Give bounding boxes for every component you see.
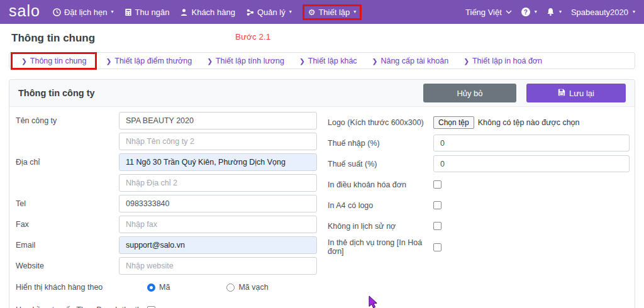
- tel-label: Tel: [16, 199, 119, 208]
- card-header: Thông tin công ty Hủy bỏ Lưu lại: [9, 80, 635, 107]
- menu-item-appointments[interactable]: Đặt lịch hẹn ▾: [53, 8, 114, 17]
- caret-down-icon: ▾: [535, 9, 537, 14]
- chevron-right-icon: ❯: [464, 57, 469, 65]
- radio-code[interactable]: [147, 283, 155, 292]
- tab-upgrade-account[interactable]: ❯ Nâng cấp tài khoản: [365, 57, 457, 65]
- no-debt-history-label: Không in lịch sử nợ: [328, 222, 433, 231]
- save-button[interactable]: Lưu lại: [526, 84, 626, 102]
- tab-other-settings[interactable]: ❯ Thiết lập khác: [292, 57, 365, 65]
- service-card-row: In thẻ dịch vụ trong [In Hoá đơn]: [328, 238, 635, 256]
- person-icon: [180, 8, 188, 16]
- account-menu[interactable]: Spabeauty2020 ▾: [571, 8, 635, 17]
- import-tax-label: Thuế nhập (%): [328, 139, 433, 148]
- top-navbar: salo Đặt lịch hẹn ▾ Thu ngân Khách hàng …: [0, 0, 644, 24]
- chevron-right-icon: ❯: [21, 57, 27, 65]
- caret-down-icon: ▾: [111, 9, 114, 14]
- tax-rate-label: Thuế suất (%): [328, 160, 433, 168]
- no-debt-history-checkbox[interactable]: [433, 222, 441, 230]
- tab-reward-points[interactable]: ❯ Thiết lập điểm thưởng: [98, 57, 199, 65]
- website-row: Website: [16, 257, 328, 275]
- caret-down-icon: ▾: [289, 9, 292, 14]
- tab-payroll[interactable]: ❯ Thiết lập tính lương: [199, 57, 292, 65]
- page-header: Thông tin chung Bước 2.1: [0, 24, 644, 52]
- fax-label: Fax: [16, 220, 119, 229]
- tab-general-info[interactable]: ❯ Thông tin chung: [14, 57, 94, 65]
- address-input[interactable]: [119, 153, 317, 171]
- annotation-box-settings: ⚙ Thiết lập ▾: [303, 4, 362, 20]
- logo-label: Logo (Kích thước 600x300): [328, 118, 433, 127]
- notifications-menu[interactable]: ▾: [547, 8, 562, 16]
- menu-item-cashier[interactable]: Thu ngân: [125, 8, 170, 17]
- choose-file-button[interactable]: Chọn tệp: [433, 116, 474, 129]
- gears-icon: ⚙: [308, 8, 316, 16]
- commission-label: Hoa hồng tư vấn Theo Doanh thu thực: [16, 305, 119, 308]
- company-form: Tên công ty Địa chỉ Tel Fax: [9, 107, 635, 308]
- section-title: Thông tin công ty: [18, 88, 95, 98]
- file-status-text: Không có tệp nào được chọn: [478, 118, 580, 127]
- navbar-right: Tiếng Việt ? ▾ ▾ Spabeauty2020 ▾: [465, 8, 635, 17]
- app-logo[interactable]: salo: [9, 3, 40, 21]
- menu-item-management[interactable]: Quản lý ▾: [246, 8, 292, 17]
- tel-input[interactable]: [119, 195, 317, 212]
- import-tax-input[interactable]: [433, 135, 630, 151]
- caret-down-icon: ▾: [353, 9, 356, 14]
- email-label: Email: [16, 241, 119, 250]
- company-name-row: Tên công ty: [16, 112, 328, 129]
- logo-row: Logo (Kích thước 600x300) Chọn tệp Không…: [328, 114, 635, 131]
- service-card-checkbox[interactable]: [433, 243, 441, 251]
- menu-item-settings[interactable]: ⚙ Thiết lập ▾: [308, 8, 357, 17]
- address2-row: [16, 174, 328, 192]
- print-terms-row: In điều khoản hóa đơn: [328, 176, 635, 193]
- company-name-input[interactable]: [119, 112, 317, 129]
- chevron-down-icon: [506, 10, 512, 14]
- step-annotation: Bước 2.1: [235, 32, 270, 41]
- print-terms-label: In điều khoản hóa đơn: [328, 180, 433, 189]
- main-menu: Đặt lịch hẹn ▾ Thu ngân Khách hàng Quản …: [53, 4, 362, 20]
- radio-barcode[interactable]: [226, 283, 235, 292]
- no-debt-history-row: Không in lịch sử nợ: [328, 217, 635, 234]
- fax-input[interactable]: [119, 216, 317, 233]
- caret-down-icon: ▾: [559, 9, 562, 14]
- print-terms-checkbox[interactable]: [433, 180, 441, 189]
- form-column-left: Tên công ty Địa chỉ Tel Fax: [16, 112, 328, 308]
- cluster-icon: [246, 8, 254, 16]
- help-menu[interactable]: ? ▾: [521, 8, 537, 16]
- annotation-box-tab: ❯ Thông tin chung: [11, 52, 97, 70]
- address2-input[interactable]: [119, 174, 317, 192]
- chevron-right-icon: ❯: [106, 57, 111, 65]
- company-name2-row: [16, 133, 328, 150]
- save-icon: [558, 89, 565, 98]
- commission-checkbox[interactable]: [147, 306, 155, 308]
- print-a4-logo-label: In A4 có logo: [328, 201, 433, 210]
- email-input[interactable]: [119, 236, 317, 254]
- bell-icon: [547, 8, 555, 16]
- page-title: Thông tin chung: [11, 32, 95, 44]
- radio-option-code: Mã: [147, 283, 170, 292]
- chevron-right-icon: ❯: [299, 57, 305, 65]
- tel-row: Tel: [16, 195, 328, 212]
- cash-register-icon: [125, 8, 132, 16]
- caret-down-icon: ▾: [633, 9, 635, 14]
- chevron-right-icon: ❯: [207, 57, 213, 65]
- print-a4-logo-row: In A4 có logo: [328, 197, 635, 214]
- address-row: Địa chỉ: [16, 153, 328, 171]
- commission-row: Hoa hồng tư vấn Theo Doanh thu thực: [16, 301, 328, 308]
- service-card-label: In thẻ dịch vụ trong [In Hoá đơn]: [328, 238, 433, 256]
- form-column-right: Logo (Kích thước 600x300) Chọn tệp Không…: [328, 112, 635, 308]
- print-a4-logo-checkbox[interactable]: [433, 201, 441, 209]
- mouse-cursor-icon: [369, 295, 378, 308]
- company-name-label: Tên công ty: [16, 116, 119, 125]
- tax-rate-row: Thuế suất (%): [328, 155, 635, 172]
- cancel-button[interactable]: Hủy bỏ: [423, 84, 516, 102]
- chevron-right-icon: ❯: [372, 57, 378, 65]
- email-row: Email: [16, 236, 328, 254]
- menu-item-customers[interactable]: Khách hàng: [180, 8, 235, 17]
- tax-rate-input[interactable]: [433, 155, 630, 172]
- tab-invoice-print[interactable]: ❯ Thiết lập in hoá đơn: [456, 57, 550, 65]
- customer-display-row: Hiển thị khách hàng theo Mã Mã vạch: [16, 278, 328, 296]
- language-selector[interactable]: Tiếng Việt: [465, 8, 512, 17]
- company-name2-input[interactable]: [119, 133, 317, 150]
- website-input[interactable]: [119, 257, 317, 275]
- settings-tabbar: ❯ Thông tin chung ❯ Thiết lập điểm thưởn…: [9, 52, 635, 69]
- import-tax-row: Thuế nhập (%): [328, 135, 635, 151]
